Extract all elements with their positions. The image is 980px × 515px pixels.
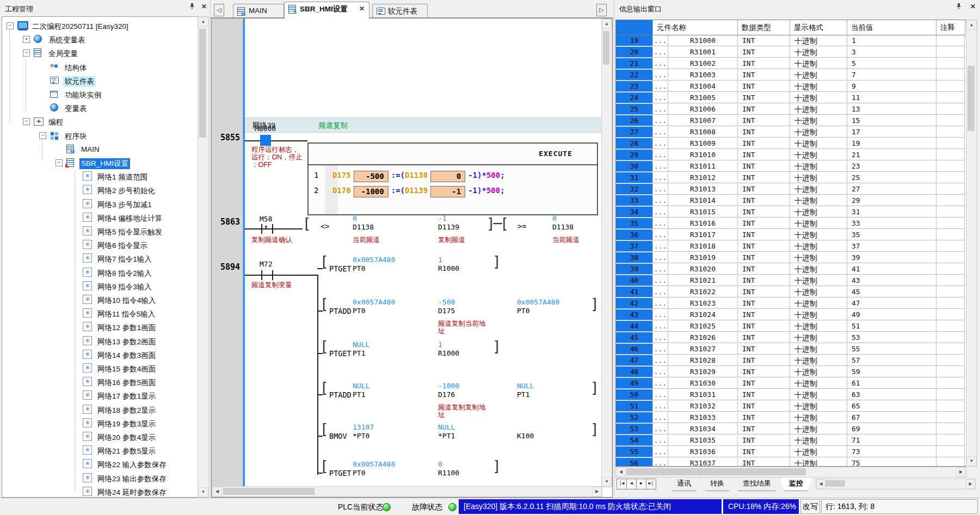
- operand[interactable]: D175: [438, 307, 455, 315]
- operand[interactable]: PT0: [353, 264, 365, 272]
- tree-item-label[interactable]: 程序块: [63, 131, 89, 142]
- tree-item-16[interactable]: 网络5 指令显示触发: [2, 226, 198, 239]
- tree-item-label[interactable]: 编程: [47, 117, 65, 128]
- tree-item-9[interactable]: −程序块: [2, 130, 198, 143]
- contact-m8000[interactable]: [260, 135, 271, 146]
- operand[interactable]: PT1: [353, 390, 365, 399]
- close-icon[interactable]: ✕: [199, 3, 209, 13]
- compare-op[interactable]: >=: [517, 222, 526, 231]
- table-row[interactable]: 54...R31035INT十进制71: [616, 435, 965, 446]
- tree-item-label[interactable]: 网络8 指令2输入: [96, 268, 153, 279]
- tree-item-label[interactable]: 网络18 参数2显示: [96, 405, 157, 416]
- operand[interactable]: D1139: [438, 223, 459, 231]
- operand[interactable]: PT0: [353, 307, 365, 315]
- table-row[interactable]: 56...R31037INT十进制75: [616, 458, 965, 467]
- table-row[interactable]: 50...R31031INT十进制63: [616, 389, 965, 401]
- st-code-line[interactable]: 1D175-500:=(D11380-1)*500;: [314, 171, 505, 182]
- tree-item-label[interactable]: 网络3 步号加减1: [96, 200, 153, 210]
- monitor-value-box[interactable]: 0: [430, 171, 465, 182]
- instruction-ptadd[interactable]: PTADD: [329, 390, 352, 399]
- editor-vscrollbar[interactable]: ▲ ▼: [601, 18, 612, 487]
- output-tab-通讯[interactable]: 通讯: [667, 477, 701, 491]
- table-row[interactable]: 45...R31026INT十进制53: [616, 332, 965, 344]
- operand[interactable]: D1138: [552, 223, 574, 231]
- tree-item-label[interactable]: 网络21 参数5显示: [96, 446, 157, 457]
- tree-item-label[interactable]: 功能块实例: [63, 90, 103, 101]
- pin-icon[interactable]: [187, 3, 197, 13]
- tree-item-label[interactable]: 网络1 频道范围: [96, 172, 149, 183]
- scroll-up-icon[interactable]: ▲: [198, 17, 208, 27]
- scroll-up-icon[interactable]: ▲: [602, 19, 612, 29]
- table-row[interactable]: 32...R31013INT十进制27: [616, 184, 965, 195]
- table-row[interactable]: 42...R31023INT十进制47: [616, 298, 965, 309]
- table-row[interactable]: 22...R31003INT十进制7: [616, 70, 965, 81]
- table-row[interactable]: 31...R31012INT十进制25: [616, 172, 965, 184]
- table-row[interactable]: 41...R31022INT十进制45: [616, 287, 965, 298]
- tab-软元件表[interactable]: 软元件表: [372, 4, 428, 18]
- tree-item-26[interactable]: 网络15 参数4画面: [2, 363, 198, 376]
- operand[interactable]: R1000: [438, 264, 459, 272]
- tree-item-label[interactable]: 网络10 指令4输入: [96, 295, 157, 306]
- tree-item-label[interactable]: 软元件表: [63, 76, 96, 87]
- operand[interactable]: R1100: [438, 469, 459, 477]
- tree-expand-toggle[interactable]: +: [23, 36, 30, 43]
- scroll-left-icon[interactable]: ◀: [816, 479, 825, 489]
- tree-item-label[interactable]: SBR_HMI设置: [79, 158, 130, 169]
- overwrite-mode[interactable]: 改写: [800, 499, 820, 514]
- table-row[interactable]: 34...R31015INT十进制31: [616, 207, 965, 218]
- operand[interactable]: PT0: [353, 469, 365, 477]
- table-row[interactable]: 27...R31008INT十进制17: [616, 127, 965, 138]
- tree-item-label[interactable]: 网络12 参数1画面: [96, 322, 157, 333]
- execute-block[interactable]: EXECUTE 1D175-500:=(D11380-1)*500;2D176-…: [307, 142, 598, 215]
- tree-item-label[interactable]: 二次编程20250711 [Easy320]: [30, 21, 130, 32]
- tree-item-label[interactable]: 网络19 参数3显示: [96, 419, 157, 430]
- table-row[interactable]: 53...R31034INT十进制69: [616, 424, 965, 435]
- table-hscrollbar[interactable]: ◀ ▶: [615, 467, 966, 477]
- tree-item-label[interactable]: 网络20 参数4显示: [96, 432, 157, 443]
- compare-op[interactable]: <>: [320, 222, 329, 231]
- tree-item-13[interactable]: 网络2 步号初始化: [2, 184, 198, 197]
- tree-item-35[interactable]: 网络24 延时参数保存: [2, 486, 198, 498]
- tree-item-label[interactable]: 网络5 指令显示触发: [96, 227, 164, 238]
- output-tab-监控[interactable]: 监控: [780, 477, 812, 491]
- tab-strip-scrollbar[interactable]: ◀▶: [816, 479, 976, 489]
- tree-expand-toggle[interactable]: −: [7, 22, 14, 29]
- tree-item-2[interactable]: +系统变量表: [2, 34, 198, 47]
- table-vscrollbar[interactable]: ▲ ▼: [966, 20, 977, 467]
- monitor-value-box[interactable]: -500: [354, 171, 389, 182]
- table-row[interactable]: 38...R31019INT十进制39: [616, 252, 965, 264]
- tree-item-label[interactable]: 网络14 参数3画面: [96, 350, 157, 361]
- tree-item-label[interactable]: 结构体: [63, 63, 89, 73]
- operand[interactable]: PT0: [517, 307, 529, 315]
- tree-item-33[interactable]: 网络22 输入参数保存: [2, 458, 198, 471]
- tree-item-label[interactable]: 网络22 输入参数保存: [96, 460, 168, 470]
- table-row[interactable]: 51...R31032INT十进制65: [616, 401, 965, 412]
- table-row[interactable]: 46...R31027INT十进制55: [616, 344, 965, 355]
- scroll-left-icon[interactable]: ◀: [212, 487, 222, 497]
- scroll-down-icon[interactable]: ▼: [966, 456, 977, 466]
- table-row[interactable]: 29...R31010INT十进制21: [616, 150, 965, 161]
- tab-scroll-left-button[interactable]: ◁: [214, 4, 224, 16]
- operand[interactable]: K100: [517, 432, 534, 440]
- table-row[interactable]: 28...R31009INT十进制19: [616, 138, 965, 150]
- table-row[interactable]: 23...R31004INT十进制9: [616, 81, 965, 92]
- close-icon[interactable]: ✕: [968, 3, 978, 13]
- tab-nav-button[interactable]: ▶: [636, 479, 646, 489]
- tree-item-label[interactable]: 全局变量: [47, 48, 79, 59]
- close-tab-icon[interactable]: ✕: [359, 5, 365, 13]
- tab-nav-button[interactable]: ◀: [626, 479, 637, 489]
- tree-item-label[interactable]: 系统变量表: [47, 35, 87, 46]
- tree-item-15[interactable]: 网络4 偏移地址计算: [2, 212, 198, 225]
- tab-SBR_HMI设置[interactable]: SBR_HMI设置✕: [284, 2, 369, 18]
- operand[interactable]: PT1: [353, 349, 365, 357]
- tree-item-30[interactable]: 网络19 参数3显示: [2, 418, 198, 431]
- tree-item-8[interactable]: −编程: [2, 116, 198, 129]
- output-tab-转换[interactable]: 转换: [700, 477, 734, 491]
- tree-item-label[interactable]: MAIN: [79, 145, 101, 154]
- scroll-down-icon[interactable]: ▼: [198, 487, 208, 497]
- table-row[interactable]: 44...R31025INT十进制51: [616, 321, 965, 332]
- tab-nav-button[interactable]: |◀: [617, 479, 627, 489]
- contact-m58[interactable]: [261, 224, 262, 234]
- scroll-down-icon[interactable]: ▼: [602, 477, 612, 487]
- table-row[interactable]: 36...R31017INT十进制35: [616, 229, 965, 241]
